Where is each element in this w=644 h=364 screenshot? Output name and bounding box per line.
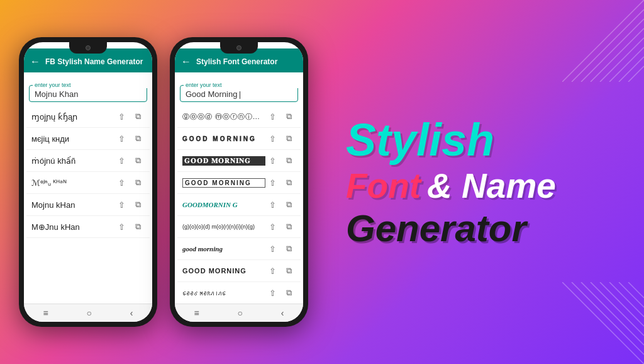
font-text: Mojnu kHan [31,200,114,210]
menu-button-1[interactable]: ≡ [43,308,48,318]
list-item: GOOD MORNING ⇧ ⧉ [177,260,301,282]
share-icon[interactable]: ⇧ [114,176,128,190]
input-area-2: enter your text Good Morning [175,72,303,106]
copy-icon[interactable]: ⧉ [131,176,145,190]
svg-line-10 [581,282,644,345]
share-icon[interactable]: ⇧ [265,176,279,190]
font-list-2: ⓖⓞⓞⓓ ⓜⓞⓡⓝⓘⓝⓖ ⇧ ⧉ GOOD MORNING ⇧ ⧉ 𝐆𝐎𝐎𝐃 𝐌… [175,106,303,304]
font-actions: ⇧ ⧉ [265,242,296,256]
font-text: ɱojɲų ƙɧąɲ [31,112,114,122]
copy-icon[interactable]: ⧉ [282,110,296,123]
svg-line-9 [572,282,644,355]
font-actions: ⇧ ⧉ [114,154,145,168]
share-icon[interactable]: ⇧ [265,198,279,212]
brand-font: Font [346,169,421,203]
brand-generator: Generator [346,210,526,247]
brand-stylish: Stylish [346,117,494,162]
branding-area: Stylish Font & Name Generator [321,105,644,260]
font-text: good morning [182,245,265,253]
share-icon[interactable]: ⇧ [114,132,128,145]
font-actions: ⇧ ⧉ [265,176,296,190]
font-text: ℳᵒᴶⁿᵤ ᴷᴴᵃᴺ [31,178,114,188]
share-icon[interactable]: ⇧ [114,110,128,123]
share-icon[interactable]: ⇧ [114,154,128,168]
app-title-1: FB Stylish Name Generator [45,57,143,66]
list-item: GOOD MORNING ⇧ ⧉ [177,172,301,194]
share-icon[interactable]: ⇧ [265,286,279,300]
svg-line-2 [581,19,644,82]
font-text: ṁójnú khấñ [31,156,114,166]
svg-line-15 [628,282,644,298]
font-actions: ⇧ ⧉ [265,154,296,168]
phone-screen-2: ← Stylish Font Generator enter your text… [175,42,303,322]
svg-line-7 [628,66,644,82]
font-actions: ⇧ ⧉ [114,220,145,234]
copy-icon[interactable]: ⧉ [282,286,296,300]
home-button-1[interactable]: ○ [87,308,92,318]
copy-icon[interactable]: ⧉ [282,220,296,234]
camera-1 [86,45,91,50]
brand-and-name: & Name [427,169,556,203]
phone-2: ← Stylish Font Generator enter your text… [170,37,308,327]
camera-2 [236,45,242,50]
font-actions: ⇧ ⧉ [114,176,145,190]
share-icon[interactable]: ⇧ [265,154,279,168]
svg-line-12 [600,282,644,326]
list-item: ⓖⓞⓞⓓ ⓜⓞⓡⓝⓘⓝⓖ ⇧ ⧉ [177,106,301,128]
copy-icon[interactable]: ⧉ [282,242,296,256]
font-actions: ⇧ ⧉ [265,286,296,300]
share-icon[interactable]: ⇧ [114,198,128,212]
bottom-nav-2: ≡ ○ ‹ [175,304,303,322]
list-item: (g)(o)(o)(d) m(o)(r)(n)(i)(n)(g) ⇧ ⧉ [177,216,301,238]
app-title-2: Stylish Font Generator [196,57,277,66]
copy-icon[interactable]: ⧉ [282,176,296,190]
share-icon[interactable]: ⇧ [114,220,128,234]
menu-button-2[interactable]: ≡ [194,308,199,318]
font-actions: ⇧ ⧉ [265,110,296,123]
font-actions: ⇧ ⧉ [114,132,145,145]
font-text: (g)(o)(o)(d) m(o)(r)(n)(i)(n)(g) [182,224,265,230]
copy-icon[interactable]: ⧉ [282,264,296,278]
font-list-1: ɱojɲų ƙɧąɲ ⇧ ⧉ мєjiц кнди ⇧ ⧉ ṁójnú khấñ [24,106,152,304]
back-button-2[interactable]: ← [181,56,191,67]
copy-icon[interactable]: ⧉ [131,198,145,212]
font-text: GOODMORNIN G [182,201,265,208]
copy-icon[interactable]: ⧉ [131,220,145,234]
copy-icon[interactable]: ⧉ [131,132,145,145]
back-button-1[interactable]: ← [30,56,40,67]
font-text: GOOD MORNING [182,135,265,142]
font-text: M⊕Jnu kHan [31,222,114,232]
share-icon[interactable]: ⇧ [265,132,279,145]
list-item: мєjiц кнди ⇧ ⧉ [26,128,150,150]
font-actions: ⇧ ⧉ [265,264,296,278]
list-item: ɱojɲų ƙɧąɲ ⇧ ⧉ [26,106,150,128]
input-label-2: enter your text [184,82,298,88]
camera-notch-2 [220,42,258,54]
copy-icon[interactable]: ⧉ [131,110,145,123]
copy-icon[interactable]: ⧉ [282,132,296,145]
share-icon[interactable]: ⇧ [265,220,279,234]
share-icon[interactable]: ⇧ [265,264,279,278]
copy-icon[interactable]: ⧉ [131,154,145,168]
font-actions: ⇧ ⧉ [114,110,145,123]
share-icon[interactable]: ⇧ [265,242,279,256]
input-area-1: enter your text Mojnu Khan [24,72,152,106]
svg-line-4 [600,38,644,82]
back-nav-button-2[interactable]: ‹ [281,308,284,318]
list-item: ṁójnú khấñ ⇧ ⧉ [26,150,150,172]
camera-notch-1 [69,42,107,54]
phone-1: ← FB Stylish Name Generator enter your t… [19,37,157,327]
svg-line-13 [609,282,644,317]
list-item: 𝐆𝐎𝐎𝐃 𝐌𝐎𝐑𝐍𝐈𝐍𝐆 ⇧ ⧉ [177,150,301,172]
font-text: 𝐆𝐎𝐎𝐃 𝐌𝐎𝐑𝐍𝐈𝐍𝐆 [182,156,265,166]
copy-icon[interactable]: ⧉ [282,198,296,212]
copy-icon[interactable]: ⧉ [282,154,296,168]
bottom-nav-1: ≡ ○ ‹ [24,304,152,322]
list-item: GOOD MORNING ⇧ ⧉ [177,128,301,150]
back-nav-button-1[interactable]: ‹ [130,308,133,318]
list-item: M⊕Jnu kHan ⇧ ⧉ [26,216,150,238]
share-icon[interactable]: ⇧ [265,110,279,123]
brand-font-name-row: Font & Name [346,169,556,203]
svg-line-1 [572,9,644,82]
home-button-2[interactable]: ○ [238,308,243,318]
